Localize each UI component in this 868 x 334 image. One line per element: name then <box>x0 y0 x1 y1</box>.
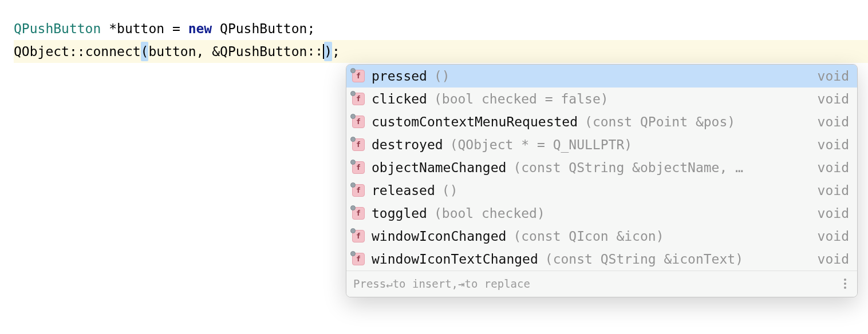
code-line-1: QPushButton *button = new QPushButton; <box>14 17 868 40</box>
token-scope-err: :: <box>307 41 323 62</box>
code-editor[interactable]: QPushButton *button = new QPushButton; Q… <box>0 0 868 63</box>
token-func: connect <box>85 42 141 62</box>
token-arg1: button <box>148 42 196 62</box>
token-type: QPushButton <box>14 19 101 39</box>
token-ident: button <box>117 19 164 39</box>
token-keyword-new: new <box>188 19 212 39</box>
code-line-2-active: QObject::connect(button, &QPushButton::)… <box>14 40 868 63</box>
token-semicolon: ; <box>307 19 315 39</box>
token-star: * <box>101 19 117 39</box>
token-amp: & <box>212 42 220 62</box>
token-type2: QPushButton <box>220 19 307 39</box>
token-class: QObject <box>14 42 69 62</box>
token-open-paren: ( <box>141 42 149 62</box>
token-argtype: QPushButton <box>220 42 307 62</box>
token-comma: , <box>196 42 212 62</box>
token-semicolon: ; <box>332 42 340 62</box>
token-space <box>212 19 220 39</box>
token-close-paren: ) <box>324 42 332 62</box>
token-scope: :: <box>69 42 85 62</box>
token-assign: = <box>164 19 188 39</box>
